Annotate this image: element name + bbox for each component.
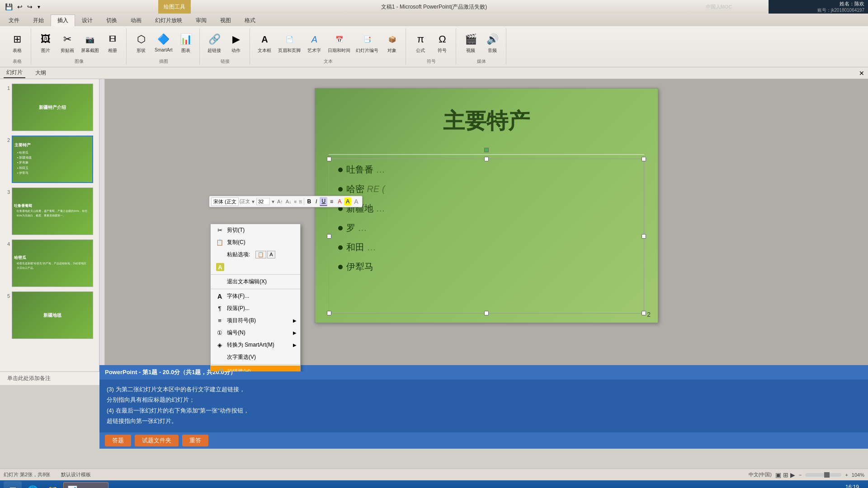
insert-screenshot-btn[interactable]: 📷 屏幕截图 [79,30,101,55]
folder-btn[interactable]: 📁 [43,481,61,488]
tab-insert[interactable]: 插入 [51,14,75,26]
slide-canvas[interactable]: 主要特产 吐鲁番 … [315,88,658,323]
ctx-cut[interactable]: ✂ 剪切(T) [211,224,300,236]
zoom-plus-btn[interactable]: + [845,472,848,478]
zoom-bar[interactable] [805,473,841,477]
handle-top-left[interactable] [327,157,331,161]
font-size-selector[interactable]: 32 [256,198,270,205]
slideshow-btn[interactable]: ▶ [790,471,795,479]
insert-video-btn[interactable]: 🎬 视频 [461,30,481,55]
slide-sorter-btn[interactable]: ⊞ [783,471,788,479]
panel-close-btn[interactable]: ✕ [859,70,864,77]
normal-view-btn[interactable]: ▣ [775,471,781,479]
tab-file[interactable]: 文件 [2,14,26,26]
insert-object-btn[interactable]: 📦 对象 [382,30,402,55]
slide-preview-4[interactable]: 哈密瓜 哈密瓜是新疆"哈密瓜"的产地，产品远销各地，为哈密地区大宗出口产品。 [12,239,93,287]
font-color-btn[interactable]: A [336,197,343,206]
ctx-bullets[interactable]: ≡ 项目符号(B) ▶ [211,314,300,327]
file-btn[interactable]: 试题文件夹 [135,435,179,446]
rotate-handle[interactable] [484,148,489,152]
handle-top-right[interactable] [642,157,646,161]
handle-top-mid[interactable] [484,157,489,161]
ctx-font[interactable]: A 字体(F)... [211,290,300,302]
tab-slideshow[interactable]: 幻灯片放映 [148,14,189,26]
insert-header-btn[interactable]: 📄 页眉和页脚 [276,30,302,55]
tab-review[interactable]: 审阅 [189,14,213,26]
paste-keep-btn[interactable]: 📋 [255,251,266,258]
tab-home[interactable]: 开始 [26,14,51,26]
font-family-selector[interactable]: 宋体 (正文 [211,197,239,206]
zoom-minus-btn[interactable]: − [799,472,802,478]
shadow-btn[interactable]: A [352,197,360,206]
align-center-btn[interactable]: ≡ [328,197,335,206]
ctx-reselect[interactable]: 次字重选(V) [211,351,300,363]
handle-bot-left[interactable] [327,311,331,315]
handle-bot-mid[interactable] [484,311,489,315]
insert-wordart-btn[interactable]: A 艺术字 [304,30,324,55]
tab-format[interactable]: 格式 [238,14,262,26]
slide-list-scrollbar[interactable] [99,79,105,371]
increase-font-btn[interactable]: A↑ [276,198,284,205]
italic-btn[interactable]: I [314,197,319,206]
slide-thumb-4[interactable]: 4 哈密瓜 哈密瓜是新疆"哈密瓜"的产地，产品远销各地，为哈密地区大宗出口产品。 [2,239,97,288]
bold-btn[interactable]: B [305,197,313,206]
ctx-copy[interactable]: 📋 复制(C) [211,236,300,249]
slide-preview-3[interactable]: 吐鲁番葡萄 吐鲁番地处天山南麓，盛产葡萄，产量占金疆的34%，有些83%为无核白… [12,188,93,235]
highlight-btn[interactable]: A [344,197,351,206]
clear-format-btn[interactable]: ≡ [293,199,298,204]
insert-chart-btn[interactable]: 📊 图表 [176,30,196,55]
ctx-paragraph[interactable]: ¶ 段落(P)... [211,302,300,314]
tab-animations[interactable]: 动画 [124,14,148,26]
insert-symbol-btn[interactable]: Ω 符号 [432,30,452,55]
save-icon[interactable]: 💾 [4,2,14,11]
insert-clipart-btn[interactable]: ✂ 剪贴画 [57,30,77,55]
insert-slidenum-btn[interactable]: 📑 幻灯片编号 [354,30,380,55]
handle-mid-right[interactable] [642,234,646,239]
undo-icon[interactable]: ↩ [16,2,24,11]
insert-hyperlink-btn[interactable]: 🔗 超链接 [204,30,224,55]
outline-tab[interactable]: 大纲 [33,68,49,78]
paste-format-btn[interactable]: A [267,251,275,258]
redo-icon[interactable]: ↪ [26,2,34,11]
text-box-selected[interactable]: 吐鲁番 … 哈密 RE ( 新疆地 … 罗 … [329,159,644,314]
ctx-font-icon[interactable]: A [211,261,300,273]
tab-transitions[interactable]: 切换 [99,14,124,26]
insert-textbox-btn[interactable]: A 文本框 [255,30,274,55]
reset-btn[interactable]: 重答 [182,435,208,446]
slide-preview-2[interactable]: 主要特产 • 哈密瓜• 新疆地毯• 罗布麻• 和田玉• 伊犁马 [12,136,93,183]
ctx-smartart[interactable]: ◈ 转换为 SmartArt(M) ▶ [211,339,300,351]
answer-btn[interactable]: 答题 [105,435,131,446]
slides-tab[interactable]: 幻灯片 [4,68,25,78]
handle-mid-left[interactable] [327,234,331,239]
handle-bot-right[interactable] [642,311,646,315]
insert-smartart-btn[interactable]: 🔷 SmartArt [153,30,174,53]
ctx-exit-edit[interactable]: 退出文本编辑(X) [211,276,300,288]
tab-view[interactable]: 视图 [213,14,238,26]
ie-btn[interactable]: 🌐 [24,481,42,488]
tab-design[interactable]: 设计 [75,14,99,26]
insert-album-btn[interactable]: 🎞 相册 [103,30,123,55]
underline-btn[interactable]: U [320,197,327,206]
copy-format-btn[interactable]: ⎘ [298,199,303,204]
drawing-tools-tab[interactable]: 绘图工具 [158,0,191,14]
ctx-numbering[interactable]: ① 编号(N) ▶ [211,327,300,339]
decrease-font-btn[interactable]: A↓ [285,198,292,205]
start-btn[interactable]: ⊞ [4,481,22,488]
ctx-paste[interactable]: 粘贴选项: 📋 A [211,249,300,261]
insert-table-btn[interactable]: ⊞ 表格 [7,30,27,55]
insert-datetime-btn[interactable]: 📅 日期和时间 [326,30,352,55]
slide-preview-1[interactable]: 新疆特产介绍 [12,84,93,131]
slide-thumb-5[interactable]: 5 新疆地毯 [2,291,97,340]
insert-action-btn[interactable]: ▶ 动作 [226,30,246,55]
ctx-hyperlink[interactable]: 🔗 超链接(H)... [211,366,300,371]
insert-equation-btn[interactable]: π 公式 [410,30,430,55]
slide-thumb-1[interactable]: 1 新疆特产介绍 [2,83,97,132]
dropdown-icon[interactable]: ▼ [36,4,42,10]
slide-thumb-3[interactable]: 3 吐鲁番葡萄 吐鲁番地处天山南麓，盛产葡萄，产量占金疆的34%，有些83%为无… [2,187,97,236]
insert-picture-btn[interactable]: 🖼 图片 [36,30,56,55]
slide-thumb-2[interactable]: 2 主要特产 • 哈密瓜• 新疆地毯• 罗布麻• 和田玉• 伊犁马 [2,135,97,184]
insert-audio-btn[interactable]: 🔊 音频 [482,30,502,55]
insert-shapes-btn[interactable]: ⬡ 形状 [131,30,151,55]
slide-preview-5[interactable]: 新疆地毯 [12,291,93,339]
ppt-taskbar-app[interactable]: 📊 PowerPoint [63,482,108,488]
